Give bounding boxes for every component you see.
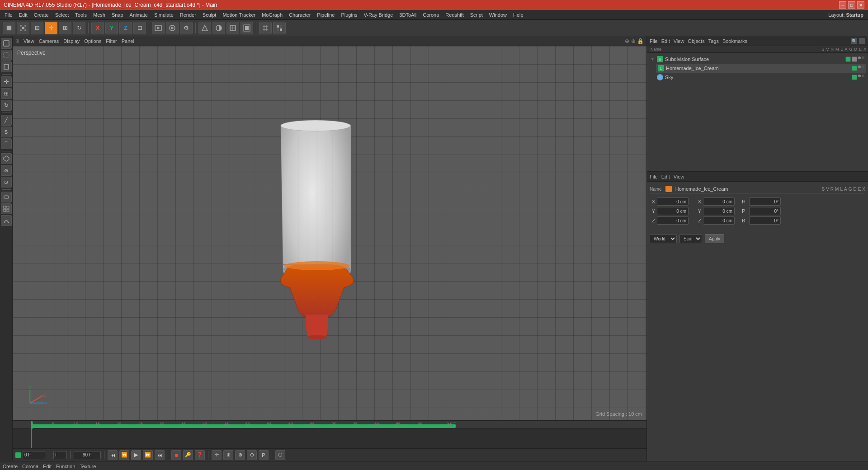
lt-lattice-btn[interactable] <box>1 203 12 214</box>
menu-render[interactable]: Render <box>177 11 199 19</box>
obj-sky[interactable]: ○ Sky <box>649 73 866 82</box>
anim-settings-btn[interactable]: ❓ <box>195 450 205 460</box>
lt-knife-btn[interactable]: ⊗ <box>1 165 12 176</box>
record-btn[interactable]: ⏺ <box>171 450 181 460</box>
viewport-3d[interactable]: Perspective X Y Z Grid Spacing : 10 cm <box>13 46 646 420</box>
omh-bookmarks[interactable]: Bookmarks <box>722 38 747 44</box>
vh-display[interactable]: Display <box>63 38 80 44</box>
p-input[interactable] <box>749 207 781 215</box>
menu-vray[interactable]: V-Ray Bridge <box>361 11 396 19</box>
menu-window[interactable]: Window <box>486 11 509 19</box>
menu-sculpt[interactable]: Sculpt <box>200 11 219 19</box>
menu-pipeline[interactable]: Pipeline <box>314 11 337 19</box>
vh-panel[interactable]: Panel <box>122 38 134 44</box>
playhead[interactable] <box>31 429 32 448</box>
key-scale-btn[interactable]: ⊗ <box>235 450 245 460</box>
lt-scale-btn[interactable]: ⊞ <box>1 88 12 99</box>
render-settings-btn[interactable]: ⚙ <box>180 22 193 34</box>
lt-select-btn[interactable] <box>1 38 12 49</box>
scale-tool-btn[interactable]: ⊞ <box>59 22 71 34</box>
quick-render-btn[interactable] <box>241 22 253 34</box>
timeline-track[interactable] <box>13 429 646 448</box>
bh-corona[interactable]: Corona <box>22 464 38 469</box>
lt-magnet-btn[interactable]: ⊙ <box>1 177 12 188</box>
omh-objects[interactable]: Objects <box>688 38 704 44</box>
menu-3dtoall[interactable]: 3DToAll <box>396 11 419 19</box>
menu-corona[interactable]: Corona <box>420 11 442 19</box>
total-frames-input[interactable]: 90 F <box>74 451 101 459</box>
key-all-btn[interactable]: ✛ <box>212 450 222 460</box>
motion-clip-btn[interactable]: ⬡ <box>275 450 285 460</box>
lt-line-btn[interactable]: ╱ <box>1 115 12 126</box>
vh-view[interactable]: View <box>24 38 34 44</box>
lt-live-select-btn[interactable] <box>1 50 12 61</box>
step-back-btn[interactable]: ⏪ <box>119 450 129 460</box>
step-fwd-btn[interactable]: ⏩ <box>143 450 153 460</box>
viewport-shading-btn[interactable] <box>273 22 286 34</box>
frame-input-2[interactable] <box>53 451 67 459</box>
play-btn[interactable]: ▶ <box>131 450 141 460</box>
omh-edit[interactable]: Edit <box>661 38 670 44</box>
vh-options[interactable]: Options <box>84 38 101 44</box>
all-axes-btn[interactable]: ⊡ <box>133 22 146 34</box>
move-tool-btn[interactable]: ✛ <box>45 22 57 34</box>
ah-edit[interactable]: Edit <box>661 174 670 179</box>
menu-simulate[interactable]: Simulate <box>151 11 176 19</box>
sky-ctrl-1[interactable] <box>852 75 857 80</box>
lt-rect-select-btn[interactable] <box>1 61 12 72</box>
x-pos-input[interactable] <box>657 197 689 206</box>
close-button[interactable]: ✕ <box>857 1 864 9</box>
render-btn[interactable] <box>166 22 179 34</box>
y-axis-btn[interactable]: Y <box>105 22 118 34</box>
menu-file[interactable]: File <box>2 11 15 19</box>
lt-rotate-btn[interactable]: ↻ <box>1 100 12 111</box>
mode-points-btn[interactable] <box>17 22 29 34</box>
vh-filter[interactable]: Filter <box>106 38 117 44</box>
menu-character[interactable]: Character <box>286 11 313 19</box>
vh-cameras[interactable]: Cameras <box>39 38 59 44</box>
grid-btn[interactable] <box>259 22 272 34</box>
lt-spline-btn[interactable]: S <box>1 127 12 137</box>
x2-pos-input[interactable] <box>703 197 735 206</box>
menu-tools[interactable]: Tools <box>72 11 90 19</box>
menu-snap[interactable]: Snap <box>109 11 126 19</box>
subdiv-ctrl-2[interactable] <box>852 56 857 62</box>
render-preview-btn[interactable] <box>152 22 165 34</box>
minimize-button[interactable]: ─ <box>839 1 846 9</box>
menu-redshift[interactable]: Redshift <box>443 11 466 19</box>
scale-dropdown[interactable]: Scale <box>679 234 702 243</box>
go-to-start-btn[interactable]: ⏮ <box>108 450 118 460</box>
z2-pos-input[interactable] <box>703 216 735 225</box>
mode-object-btn[interactable] <box>3 22 15 34</box>
bh-texture[interactable]: Texture <box>80 464 96 469</box>
obj-icecream[interactable]: L Homemade_Ice_Cream <box>656 64 866 73</box>
z-pos-input[interactable] <box>657 216 689 225</box>
obj-settings-btn[interactable] <box>859 38 865 44</box>
ah-file[interactable]: File <box>650 174 658 179</box>
menu-animate[interactable]: Animate <box>127 11 151 19</box>
shading-btn[interactable] <box>212 22 225 34</box>
omh-tags[interactable]: Tags <box>708 38 719 44</box>
b-input[interactable] <box>749 216 781 225</box>
key-pos-btn[interactable]: ⊕ <box>223 450 233 460</box>
bh-edit[interactable]: Edit <box>43 464 52 469</box>
icecream-ctrl-1[interactable] <box>852 66 857 71</box>
mode-edge-btn[interactable]: ⊟ <box>31 22 43 34</box>
bh-create[interactable]: Create <box>3 464 18 469</box>
omh-view[interactable]: View <box>674 38 684 44</box>
omh-file[interactable]: File <box>650 38 658 44</box>
x-axis-btn[interactable]: X <box>91 22 104 34</box>
lt-move-btn[interactable]: ✛ <box>1 76 12 87</box>
rotate-tool-btn[interactable]: ↻ <box>73 22 85 34</box>
subdiv-ctrl-1[interactable] <box>845 56 851 62</box>
key-rot-btn[interactable]: ⊙ <box>247 450 257 460</box>
lt-brush-btn[interactable]: ⌒ <box>1 138 12 149</box>
display-mode-btn[interactable] <box>198 22 211 34</box>
lt-poly-btn[interactable] <box>1 153 12 164</box>
y2-pos-input[interactable] <box>703 207 735 215</box>
obj-subdivision-surface[interactable]: ▼ ⊕ Subdivision Surface <box>649 55 866 64</box>
menu-select[interactable]: Select <box>52 11 72 19</box>
world-dropdown[interactable]: World Object <box>650 234 677 243</box>
menu-edit[interactable]: Edit <box>16 11 30 19</box>
maximize-button[interactable]: □ <box>848 1 855 9</box>
